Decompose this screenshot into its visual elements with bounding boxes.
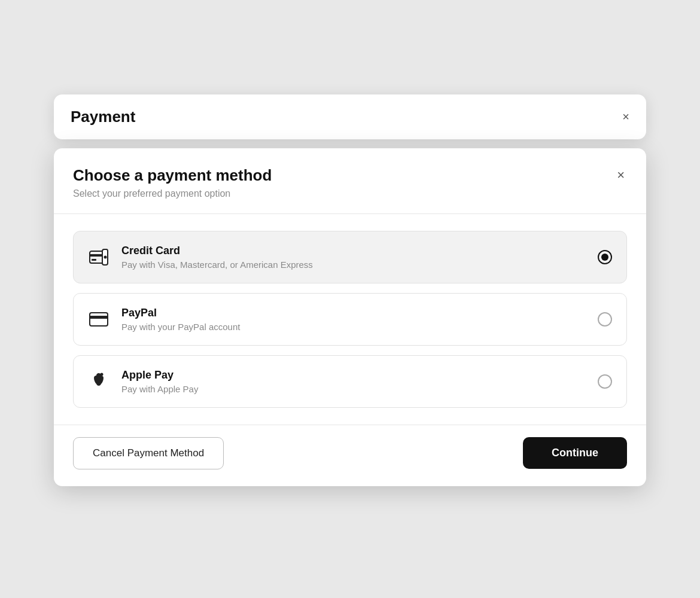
background-modal-title: Payment: [71, 108, 135, 126]
credit-card-name: Credit Card: [121, 245, 313, 257]
continue-button[interactable]: Continue: [523, 437, 627, 469]
credit-card-radio[interactable]: [598, 250, 612, 264]
modal-header: Choose a payment method Select your pref…: [54, 148, 646, 214]
payment-option-credit-card[interactable]: Credit Card Pay with Visa, Mastercard, o…: [73, 231, 627, 283]
modal-close-button[interactable]: ×: [614, 166, 627, 184]
apple-pay-radio[interactable]: [598, 374, 612, 389]
apple-pay-name: Apple Pay: [121, 369, 198, 382]
payment-option-paypal[interactable]: PayPal Pay with your PayPal account: [73, 293, 627, 346]
payment-option-paypal-left: PayPal Pay with your PayPal account: [88, 307, 240, 332]
paypal-icon: [88, 312, 109, 327]
paypal-name: PayPal: [121, 307, 240, 319]
payment-option-apple-pay[interactable]: Apple Pay Pay with Apple Pay: [73, 355, 627, 408]
svg-point-3: [104, 255, 107, 258]
svg-rect-2: [92, 259, 96, 261]
paypal-radio[interactable]: [598, 312, 612, 327]
modal-footer: Cancel Payment Method Continue: [54, 425, 646, 486]
apple-pay-icon: [88, 372, 109, 391]
svg-rect-4: [90, 313, 108, 326]
background-modal: Payment ×: [54, 94, 646, 139]
payment-option-apple-pay-left: Apple Pay Pay with Apple Pay: [88, 369, 198, 394]
background-modal-close-icon[interactable]: ×: [622, 110, 629, 124]
payment-method-modal: Choose a payment method Select your pref…: [54, 148, 646, 486]
credit-card-desc: Pay with Visa, Mastercard, or American E…: [121, 260, 313, 270]
svg-point-6: [101, 373, 104, 376]
modal-title: Choose a payment method: [73, 166, 272, 185]
paypal-info: PayPal Pay with your PayPal account: [121, 307, 240, 332]
modal-header-text: Choose a payment method Select your pref…: [73, 166, 272, 199]
modal-subtitle: Select your preferred payment option: [73, 188, 272, 199]
apple-pay-desc: Pay with Apple Pay: [121, 384, 198, 394]
paypal-desc: Pay with your PayPal account: [121, 322, 240, 332]
cancel-payment-method-button[interactable]: Cancel Payment Method: [73, 437, 224, 469]
modal-body: Credit Card Pay with Visa, Mastercard, o…: [54, 214, 646, 425]
payment-option-credit-card-left: Credit Card Pay with Visa, Mastercard, o…: [88, 245, 313, 270]
svg-rect-5: [90, 316, 108, 319]
credit-card-icon: [88, 249, 109, 266]
apple-pay-info: Apple Pay Pay with Apple Pay: [121, 369, 198, 394]
credit-card-info: Credit Card Pay with Visa, Mastercard, o…: [121, 245, 313, 270]
